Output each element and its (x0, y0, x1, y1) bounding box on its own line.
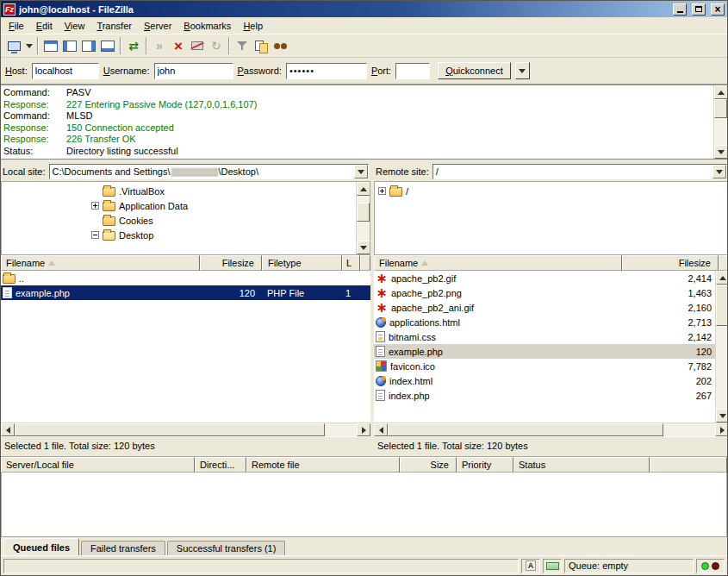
tree-item[interactable]: Application Data (2, 198, 370, 213)
scroll-up-button[interactable] (357, 182, 370, 196)
column-header-filesize[interactable]: Filesize (200, 255, 262, 271)
scroll-left-button[interactable] (1, 423, 15, 436)
local-horizontal-scrollbar[interactable] (1, 423, 370, 436)
username-input[interactable] (154, 63, 233, 79)
remote-site-combo[interactable]: / (432, 164, 727, 179)
file-row[interactable]: favicon.ico7,782 (374, 359, 728, 373)
local-combo-dropdown-button[interactable] (354, 165, 368, 178)
site-manager-button[interactable] (4, 36, 23, 55)
scroll-thumb[interactable] (716, 285, 728, 326)
toggle-remote-tree-button[interactable] (79, 36, 98, 55)
disconnect-button[interactable] (188, 36, 207, 55)
remote-combo-dropdown-button[interactable] (712, 165, 726, 178)
file-row[interactable]: applications.html2,713 (374, 315, 728, 329)
menu-item-view[interactable]: View (59, 19, 91, 33)
scroll-left-button[interactable] (374, 423, 388, 436)
host-input[interactable] (32, 63, 99, 79)
column-header-filetype[interactable]: Filetype (262, 255, 342, 271)
local-site-combo[interactable]: C:\Documents and Settings\\Desktop\ (49, 164, 369, 179)
file-name-cell: favicon.ico (374, 360, 622, 372)
local-tree-scrollbar[interactable] (356, 182, 370, 254)
scroll-thumb[interactable] (15, 423, 325, 436)
scroll-right-button[interactable] (357, 423, 370, 436)
menu-item-server[interactable]: Server (138, 19, 177, 33)
file-row[interactable]: example.php120 (374, 344, 728, 359)
scroll-thumb[interactable] (714, 99, 727, 118)
scroll-track[interactable] (714, 99, 727, 145)
directory-comparison-button[interactable] (252, 36, 271, 55)
scroll-thumb[interactable] (388, 423, 663, 436)
directory-listing-filters-button[interactable] (233, 36, 252, 55)
process-queue-button[interactable] (150, 36, 169, 55)
scroll-down-button[interactable] (357, 241, 370, 254)
column-header-l[interactable]: L (342, 255, 360, 271)
column-header-filename[interactable]: Filename (1, 255, 200, 271)
tab-queued-files[interactable]: Queued files (3, 538, 79, 555)
file-row[interactable]: apache_pb2_ani.gif2,160 (374, 300, 728, 315)
remote-list-scrollbar[interactable] (715, 271, 728, 423)
tree-item[interactable]: Desktop (2, 228, 370, 242)
log-scrollbar[interactable] (713, 85, 727, 159)
toggle-local-tree-button[interactable] (60, 36, 79, 55)
scroll-down-button[interactable] (714, 145, 727, 159)
menu-item-help[interactable]: Help (237, 19, 269, 33)
minimize-button[interactable] (673, 3, 687, 16)
ico-file-icon (376, 360, 387, 372)
file-row[interactable]: .. (1, 271, 370, 285)
tree-item[interactable]: .VirtualBox (2, 184, 370, 198)
password-input[interactable] (286, 63, 367, 79)
refresh-button[interactable] (124, 36, 143, 55)
file-row[interactable]: index.html202 (374, 373, 728, 388)
column-header-directi[interactable]: Directi... (195, 457, 246, 473)
column-header-filename[interactable]: Filename (374, 255, 622, 271)
column-header-remote-file[interactable]: Remote file (246, 457, 400, 473)
titlebar[interactable]: john@localhost - FileZilla × (1, 1, 727, 17)
queue-body[interactable] (1, 473, 727, 537)
quickconnect-dropdown-button[interactable] (515, 62, 530, 79)
scroll-up-button[interactable] (716, 271, 728, 285)
find-files-button[interactable] (271, 36, 289, 55)
tree-item[interactable]: / (375, 184, 728, 198)
column-header-size[interactable]: Size (400, 457, 457, 473)
scroll-thumb[interactable] (357, 203, 370, 222)
scroll-track[interactable] (325, 423, 357, 436)
maximize-button[interactable] (692, 3, 706, 16)
expand-icon[interactable] (378, 187, 386, 195)
keep-alive-button[interactable] (543, 559, 562, 573)
scroll-right-button[interactable] (715, 423, 728, 436)
scroll-down-button[interactable] (716, 409, 728, 423)
scroll-up-button[interactable] (714, 85, 727, 99)
site-manager-dropdown-button[interactable] (23, 36, 34, 55)
column-header-status[interactable]: Status (513, 457, 650, 473)
menu-item-transfer[interactable]: Transfer (90, 19, 138, 33)
reconnect-button[interactable] (207, 36, 226, 55)
tree-item[interactable]: Cookies (2, 213, 370, 228)
menu-item-edit[interactable]: Edit (30, 19, 59, 33)
file-row[interactable]: bitnami.css2,142 (374, 329, 728, 344)
port-input[interactable] (395, 63, 430, 79)
scroll-track[interactable] (357, 196, 370, 241)
toggle-message-log-button[interactable] (41, 36, 60, 55)
remote-horizontal-scrollbar[interactable] (374, 423, 728, 436)
collapse-icon[interactable] (91, 231, 99, 239)
cancel-operation-button[interactable] (169, 36, 188, 55)
file-row[interactable]: index.php267 (374, 388, 728, 403)
column-header-priority[interactable]: Priority (457, 457, 513, 473)
toggle-transfer-queue-button[interactable] (98, 36, 117, 55)
close-button[interactable]: × (711, 3, 725, 16)
expand-icon[interactable] (91, 202, 99, 210)
column-header-server-local-file[interactable]: Server/Local file (1, 457, 195, 473)
tab-successful-transfers-1[interactable]: Successful transfers (1) (167, 541, 286, 555)
scroll-track[interactable] (716, 285, 728, 409)
transfer-type-button[interactable] (521, 559, 540, 573)
file-row[interactable]: apache_pb2.gif2,414 (374, 271, 728, 285)
menu-item-file[interactable]: File (3, 19, 30, 33)
file-row[interactable]: apache_pb2.png1,463 (374, 285, 728, 300)
tab-failed-transfers[interactable]: Failed transfers (81, 541, 165, 555)
file-name-cell: apache_pb2.png (374, 287, 622, 299)
file-row[interactable]: example.php120PHP File1 (1, 285, 370, 300)
column-header-filesize[interactable]: Filesize (622, 255, 719, 271)
menu-item-bookmarks[interactable]: Bookmarks (177, 19, 237, 33)
quickconnect-button[interactable]: Quickconnect (438, 62, 511, 79)
scroll-track[interactable] (663, 423, 715, 436)
